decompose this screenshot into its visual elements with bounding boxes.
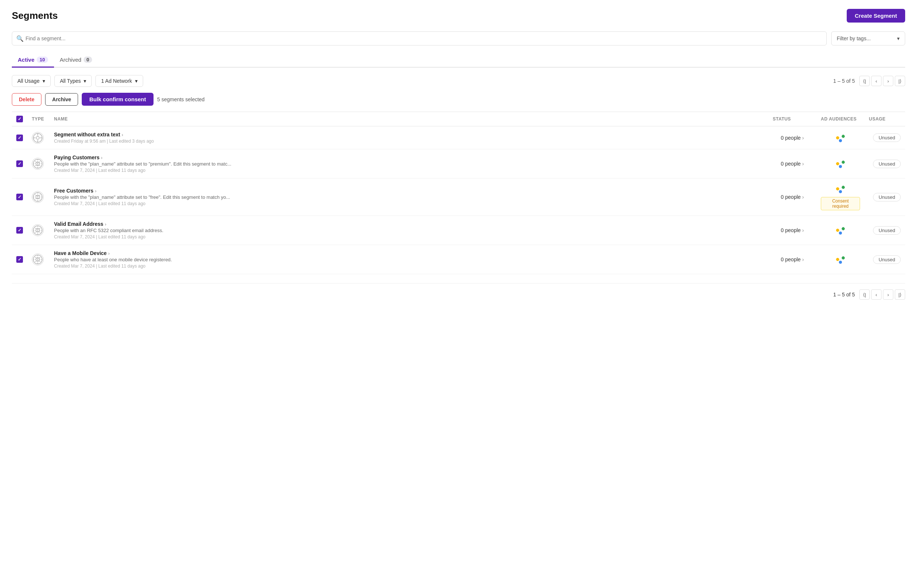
page-title: Segments: [12, 10, 58, 21]
bulk-confirm-consent-button[interactable]: Bulk confirm consent: [82, 93, 153, 106]
svg-point-34: [839, 261, 842, 264]
prev-page-button[interactable]: ‹: [871, 76, 881, 86]
segment-name-4[interactable]: Valid Email Address ›: [54, 221, 764, 227]
usage-dropdown[interactable]: All Usage ▾: [12, 75, 51, 87]
filter-tags-label: Filter by tags...: [837, 36, 871, 41]
row-type-cell: [28, 216, 50, 245]
usage-badge-3: Unused: [873, 193, 901, 202]
usage-badge-5: Unused: [873, 255, 901, 264]
next-page-button[interactable]: ›: [883, 76, 893, 86]
google-ads-icon-4: [835, 225, 846, 236]
header-usage: USAGE: [865, 112, 905, 126]
google-ads-icon-1: [835, 132, 846, 143]
table-header-row: ✓ TYPE NAME STATUS AD AUDIENCES USAGE: [12, 112, 905, 126]
table-row: ✓ Paying Customers › People with the "pl…: [12, 149, 905, 179]
row-checkbox-cell: ✓: [12, 216, 28, 245]
types-label: All Types: [60, 78, 81, 84]
search-input-wrap: 🔍: [12, 31, 827, 45]
svg-rect-35: [836, 257, 840, 262]
status-people-5[interactable]: 0 people ›: [781, 257, 804, 262]
row-checkbox-4[interactable]: ✓: [16, 227, 23, 234]
row-usage-cell: Unused: [865, 126, 905, 149]
row-checkbox-cell: ✓: [12, 126, 28, 149]
table-row: ✓ Have a Mobile Device › People who have…: [12, 245, 905, 274]
row-status-cell: 0 people ›: [768, 216, 817, 245]
row-name-cell: Free Customers › People with the "plan_n…: [50, 179, 768, 216]
delete-button[interactable]: Delete: [12, 93, 41, 106]
types-chevron-icon: ▾: [84, 78, 86, 84]
google-ads-icon-2: [835, 158, 846, 169]
segment-name-1[interactable]: Segment without extra text ›: [54, 132, 764, 137]
checkmark-icon: ✓: [18, 161, 21, 166]
row-name-cell: Segment without extra text › Created Fri…: [50, 126, 768, 149]
bottom-first-page-icon: ⟨|: [863, 292, 866, 297]
usage-chevron-icon: ▾: [42, 78, 45, 84]
segment-desc-5: People who have at least one mobile devi…: [54, 257, 764, 262]
row-audiences-cell: Consent required: [817, 179, 865, 216]
bottom-next-page-button[interactable]: ›: [883, 289, 893, 300]
search-input[interactable]: [12, 31, 827, 45]
row-checkbox-2[interactable]: ✓: [16, 160, 23, 167]
type-icon-5: [32, 254, 44, 265]
header-type: TYPE: [28, 112, 50, 126]
ad-network-dropdown[interactable]: 1 Ad Network ▾: [96, 75, 143, 87]
row-usage-cell: Unused: [865, 149, 905, 179]
row-checkbox-3[interactable]: ✓: [16, 194, 23, 200]
bottom-first-page-button[interactable]: ⟨|: [859, 289, 870, 300]
tab-active-badge: 10: [37, 57, 48, 63]
select-all-checkbox[interactable]: ✓: [16, 116, 23, 122]
row-checkbox-cell: ✓: [12, 245, 28, 274]
segment-meta-3: Created Mar 7, 2024 | Last edited 11 day…: [54, 201, 764, 206]
usage-badge-2: Unused: [873, 160, 901, 168]
row-type-cell: [28, 179, 50, 216]
segment-meta-2: Created Mar 7, 2024 | Last edited 11 day…: [54, 168, 764, 173]
row-usage-cell: Unused: [865, 216, 905, 245]
type-icon-3: [32, 191, 44, 203]
row-name-cell: Have a Mobile Device › People who have a…: [50, 245, 768, 274]
row-type-cell: [28, 126, 50, 149]
usage-badge-1: Unused: [873, 133, 901, 142]
chevron-down-icon: ▾: [897, 36, 899, 41]
row-checkbox-1[interactable]: ✓: [16, 134, 23, 141]
consent-required-badge-3: Consent required: [821, 197, 860, 210]
segment-desc-3: People with the "plan_name" attribute se…: [54, 194, 764, 200]
row-checkbox-5[interactable]: ✓: [16, 256, 23, 263]
row-status-cell: 0 people ›: [768, 126, 817, 149]
tab-archived[interactable]: Archived 0: [54, 53, 99, 68]
table-row: ✓ Segment without extra text › Created F…: [12, 126, 905, 149]
tab-archived-badge: 0: [84, 57, 92, 63]
svg-rect-14: [836, 162, 840, 166]
table-row: ✓ Valid Email Address › People with an R…: [12, 216, 905, 245]
status-people-4[interactable]: 0 people ›: [781, 227, 804, 233]
page-header: Segments Create Segment: [12, 9, 905, 23]
header-ad-audiences: AD AUDIENCES: [817, 112, 865, 126]
segment-desc-4: People with an RFC 5322 compliant email …: [54, 228, 764, 233]
status-people-2[interactable]: 0 people ›: [781, 161, 804, 167]
create-segment-button[interactable]: Create Segment: [847, 9, 905, 23]
svg-rect-7: [836, 136, 840, 140]
filter-tags-dropdown[interactable]: Filter by tags... ▾: [831, 31, 905, 45]
status-people-3[interactable]: 0 people ›: [781, 194, 804, 200]
row-name-cell: Paying Customers › People with the "plan…: [50, 149, 768, 179]
tab-active[interactable]: Active 10: [12, 53, 54, 68]
checkmark-icon: ✓: [18, 194, 21, 200]
svg-rect-29: [841, 226, 846, 231]
svg-point-1: [36, 136, 39, 139]
segment-name-5[interactable]: Have a Mobile Device ›: [54, 250, 764, 256]
bottom-last-page-button[interactable]: |⟩: [895, 289, 905, 300]
row-audiences-cell: [817, 126, 865, 149]
svg-point-13: [839, 165, 842, 168]
row-status-cell: 0 people ›: [768, 179, 817, 216]
status-people-1[interactable]: 0 people ›: [781, 135, 804, 141]
segments-table: ✓ TYPE NAME STATUS AD AUDIENCES USAGE ✓ …: [12, 111, 905, 274]
segment-name-2[interactable]: Paying Customers ›: [54, 155, 764, 160]
segment-name-3[interactable]: Free Customers ›: [54, 188, 764, 194]
svg-rect-36: [841, 256, 846, 260]
first-page-button[interactable]: ⟨|: [859, 76, 870, 86]
bottom-prev-page-button[interactable]: ‹: [871, 289, 881, 300]
checkmark-icon: ✓: [18, 257, 21, 262]
types-dropdown[interactable]: All Types ▾: [54, 75, 92, 87]
last-page-button[interactable]: |⟩: [895, 76, 905, 86]
last-page-icon: |⟩: [899, 78, 901, 84]
archive-button[interactable]: Archive: [45, 93, 78, 106]
